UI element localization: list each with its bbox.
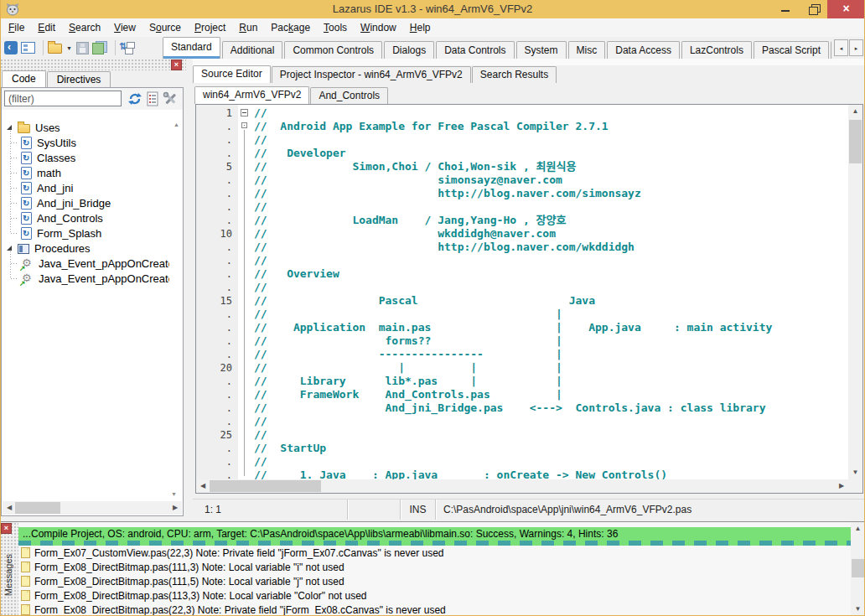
message-row[interactable]: Form_Ex08_DirectBitmap.pas(111,3) Note: … <box>18 560 851 574</box>
messages-vscrollbar[interactable] <box>851 522 865 616</box>
menu-item-window[interactable]: Window <box>354 18 403 37</box>
scroll-right-icon[interactable] <box>835 479 848 493</box>
window-tab-project-inspector-win64-armv6-vfpv2[interactable]: Project Inspector - win64_ArmV6_VFPv2 <box>272 66 471 83</box>
tree-node-uses[interactable]: Uses <box>2 120 169 135</box>
palette-tab-lazcontrols[interactable]: LazControls <box>681 41 752 59</box>
scroll-right-icon[interactable] <box>168 501 182 515</box>
palette-tab-additional[interactable]: Additional <box>222 41 283 59</box>
menu-item-search[interactable]: Search <box>62 18 107 37</box>
menu-item-run[interactable]: Run <box>232 18 264 37</box>
palette-tab-standard[interactable]: Standard <box>163 37 220 59</box>
scroll-down-icon[interactable] <box>848 466 862 479</box>
code-line: // FrameWork And_Controls.pas | <box>254 388 848 401</box>
tab-directives[interactable]: Directives <box>47 71 111 87</box>
tree-item-math[interactable]: math <box>2 165 169 180</box>
gutter-line-number: . <box>196 147 232 160</box>
tree-item-form-splash[interactable]: Form_Splash <box>2 225 169 241</box>
palette-scroll-right-icon[interactable] <box>849 39 863 56</box>
new-form-icon[interactable] <box>21 42 35 54</box>
menu-item-file[interactable]: File <box>2 18 31 37</box>
message-row[interactable]: Form_Ex08_DirectBitmap.pas(111,5) Note: … <box>18 574 851 588</box>
line-number-gutter: 1...5....10....15....20....25... <box>196 105 238 479</box>
menu-item-package[interactable]: Package <box>264 18 317 37</box>
tree-item-java-event-papponcreate[interactable]: Java_Event_pAppOnCreate <box>2 256 169 271</box>
palette-tab-misc[interactable]: Misc <box>568 41 606 59</box>
tree-guide-line <box>11 218 18 219</box>
hscroll-thumb[interactable] <box>15 502 60 514</box>
tree-item-classes[interactable]: Classes <box>2 150 169 165</box>
window-tab-source-editor[interactable]: Source Editor <box>193 65 271 83</box>
expand-arrow-icon[interactable] <box>7 246 12 251</box>
minimize-button[interactable] <box>773 0 798 18</box>
palette-tab-data-access[interactable]: Data Access <box>607 41 680 59</box>
scroll-up-icon[interactable] <box>851 522 865 536</box>
open-dropdown-icon[interactable]: ▼ <box>66 45 72 51</box>
tree-children: Java_Event_pAppOnCreateJava_Event_pAppOn… <box>2 256 169 286</box>
fold-collapse-icon[interactable] <box>241 109 248 116</box>
close-button[interactable] <box>827 0 865 18</box>
new-unit-icon[interactable] <box>4 41 18 54</box>
tree-item-java-event-papponcreate[interactable]: Java_Event_pAppOnCreate <box>2 271 169 286</box>
code-explorer-hscrollbar[interactable] <box>3 501 182 515</box>
menu-item-project[interactable]: Project <box>188 18 232 37</box>
tree-item-and-controls[interactable]: And_Controls <box>2 210 169 225</box>
message-row[interactable]: Form_Ex08_DirectBitmap.pas(113,3) Note: … <box>18 588 851 603</box>
messages-close-icon[interactable] <box>1 523 12 534</box>
restore-button[interactable] <box>801 0 826 18</box>
file-tab-and-controls[interactable]: And_Controls <box>310 87 388 104</box>
message-text: Form_Ex08_DirectBitmap.pas(113,3) Note: … <box>34 590 367 602</box>
tree-item-and-jni[interactable]: And_jni <box>2 180 169 195</box>
expand-arrow-icon[interactable] <box>7 125 12 130</box>
refresh-icon[interactable] <box>127 91 142 106</box>
scroll-down-icon[interactable] <box>851 603 865 616</box>
menu-item-help[interactable]: Help <box>403 18 438 37</box>
editor-vscrollbar[interactable] <box>848 105 862 479</box>
messages-side-strip: Messages <box>0 522 18 616</box>
tab-code[interactable]: Code <box>2 70 46 87</box>
message-row-selected[interactable]: ...Compile Project, OS: android, CPU: ar… <box>18 527 851 541</box>
gutter-line-number: 25 <box>196 428 232 442</box>
hscroll-thumb[interactable] <box>210 480 321 492</box>
vscroll-thumb[interactable] <box>852 559 864 577</box>
message-row[interactable]: Form_Ex08_DirectBitmap.pas(22,3) Note: P… <box>18 603 851 616</box>
vscroll-thumb[interactable] <box>849 120 862 163</box>
file-tab-win64-armv6-vfpv2[interactable]: win64_ArmV6_VFPv2 <box>194 86 309 104</box>
source-doc-icon[interactable] <box>145 91 160 106</box>
build-mode-icon[interactable] <box>120 41 135 54</box>
palette-tab-common-controls[interactable]: Common Controls <box>284 41 382 59</box>
scroll-left-icon[interactable] <box>3 501 16 515</box>
code-line: // wkddidgh@naver.com <box>254 227 848 241</box>
tree-node-procedures[interactable]: Procedures <box>2 241 169 256</box>
window-tab-search-results[interactable]: Search Results <box>472 66 557 83</box>
palette-tab-data-controls[interactable]: Data Controls <box>436 41 514 59</box>
message-row[interactable]: Form_Ex07_CustomView.pas(22,3) Note: Pri… <box>18 546 851 560</box>
palette-tab-system[interactable]: System <box>516 41 567 59</box>
save-icon[interactable] <box>76 42 89 54</box>
fold-collapse-icon[interactable] <box>241 122 247 128</box>
code-text-area[interactable]: //// Android App Example for Free Pascal… <box>251 105 848 479</box>
palette-scroll-left-icon[interactable] <box>834 39 848 56</box>
save-all-icon[interactable] <box>92 41 107 54</box>
code-editor[interactable]: 1...5....10....15....20....25... //// An… <box>195 104 863 494</box>
editor-hscrollbar[interactable] <box>196 479 848 493</box>
tree-scroll-down-icon[interactable]: ▼ <box>171 491 177 497</box>
dock-grip[interactable] <box>0 59 186 70</box>
scroll-up-icon[interactable] <box>848 105 862 118</box>
code-explorer-close-icon[interactable] <box>171 60 182 70</box>
scroll-left-icon[interactable] <box>196 479 210 493</box>
filter-input[interactable] <box>4 91 122 106</box>
tree-scroll-up-icon[interactable]: ▲ <box>174 122 179 127</box>
tree-item-sysutils[interactable]: SysUtils <box>2 135 169 150</box>
gutter-line-number: . <box>196 200 232 214</box>
open-folder-icon[interactable] <box>48 44 62 54</box>
menu-item-edit[interactable]: Edit <box>31 18 62 37</box>
palette-tab-pascal-script[interactable]: Pascal Script <box>754 41 829 59</box>
menu-item-source[interactable]: Source <box>142 18 188 37</box>
palette-tab-lazreport[interactable]: LazReport <box>831 41 831 59</box>
menu-item-tools[interactable]: Tools <box>317 18 354 37</box>
menu-item-view[interactable]: View <box>107 18 142 37</box>
palette-tab-dialogs[interactable]: Dialogs <box>384 41 434 59</box>
dock-splitter[interactable] <box>186 59 193 520</box>
options-icon[interactable] <box>163 91 178 106</box>
tree-item-and-jni-bridge[interactable]: And_jni_Bridge <box>2 195 169 210</box>
